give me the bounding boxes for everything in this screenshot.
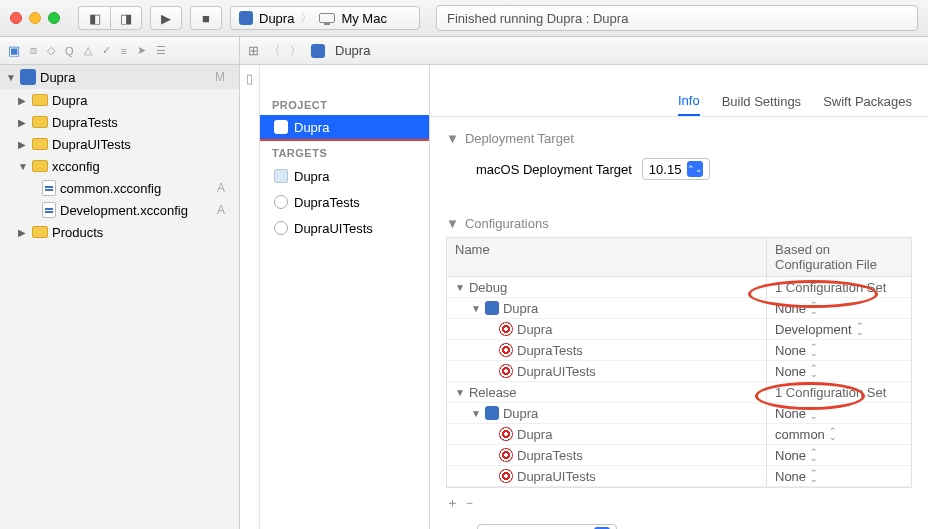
file-development-xcconfig[interactable]: Development.xcconfig A <box>0 199 239 221</box>
folder-xcconfig[interactable]: ▼ xcconfig <box>0 155 239 177</box>
targets-header: TARGETS <box>260 141 429 163</box>
config-file-select[interactable]: None⌃⌄ <box>775 469 818 484</box>
report-nav-icon[interactable]: ☰ <box>156 44 166 57</box>
test-target-icon <box>274 195 288 209</box>
run-button[interactable]: ▶ <box>150 6 182 30</box>
app-target-icon <box>274 169 288 183</box>
folder-nav-icon[interactable]: ▣ <box>8 43 20 58</box>
sidebar-toggle-icon[interactable]: ▯ <box>246 71 253 529</box>
status-text: Finished running Dupra : Dupra <box>447 11 628 26</box>
config-group-debug[interactable]: ▼Debug 1 Configuration Set <box>447 277 911 298</box>
disclosure-icon[interactable]: ▶ <box>18 95 28 106</box>
tab-swift-packages[interactable]: Swift Packages <box>823 94 912 115</box>
xcode-project-icon <box>20 69 36 85</box>
config-file-select[interactable]: None⌃⌄ <box>775 364 818 379</box>
breakpoint-nav-icon[interactable]: ➤ <box>137 44 146 57</box>
folder-products[interactable]: ▶ Products <box>0 221 239 243</box>
target-dupra[interactable]: Dupra <box>260 163 429 189</box>
project-root[interactable]: ▼ Dupra M <box>0 65 239 89</box>
target-icon <box>499 343 513 357</box>
mac-icon <box>319 13 335 23</box>
target-icon <box>499 448 513 462</box>
target-dupratests[interactable]: DupraTests <box>260 189 429 215</box>
config-project-row[interactable]: ▼Dupra None⌃⌄ <box>447 403 911 424</box>
right-panel-toggle-icon[interactable]: ◨ <box>110 6 142 30</box>
minimize-icon[interactable] <box>29 12 41 24</box>
folder-label: xcconfig <box>52 159 100 174</box>
breadcrumb-project[interactable]: Dupra <box>335 43 370 58</box>
find-nav-icon[interactable]: Q <box>65 45 74 57</box>
scheme-target: Dupra <box>259 11 294 26</box>
config-target-row[interactable]: DupraTests None⌃⌄ <box>447 445 911 466</box>
folder-duprauitests[interactable]: ▶ DupraUITests <box>0 133 239 155</box>
forward-button[interactable]: 〉 <box>290 43 301 58</box>
tab-info[interactable]: Info <box>678 93 700 116</box>
file-common-xcconfig[interactable]: common.xcconfig A <box>0 177 239 199</box>
file-label: common.xcconfig <box>60 181 161 196</box>
folder-icon <box>32 138 48 150</box>
target-icon <box>499 469 513 483</box>
config-project-row[interactable]: ▼Dupra None⌃⌄ <box>447 298 911 319</box>
related-items-icon[interactable]: ⊞ <box>248 43 259 58</box>
secondary-toolbar: ▣ ⧈ ◇ Q △ ✓ ≡ ➤ ☰ ⊞ 〈 〉 Dupra <box>0 37 928 65</box>
titlebar: ◧ ◨ ▶ ■ Dupra 〉 My Mac Finished running … <box>0 0 928 37</box>
use-config-select[interactable]: Release ⌃⌄ <box>477 524 617 529</box>
add-remove-config: ＋ － <box>446 488 912 518</box>
config-summary: 1 Configuration Set <box>767 381 911 404</box>
activity-status: Finished running Dupra : Dupra <box>436 5 918 31</box>
config-file-select[interactable]: common⌃⌄ <box>775 427 837 442</box>
test-nav-icon[interactable]: ✓ <box>102 44 111 57</box>
config-file-select[interactable]: None⌃⌄ <box>775 448 818 463</box>
issue-nav-icon[interactable]: △ <box>84 44 92 57</box>
folder-icon <box>32 226 48 238</box>
disclosure-icon[interactable]: ▼ <box>6 72 16 83</box>
scheme-device: My Mac <box>341 11 387 26</box>
config-target-row[interactable]: Dupra Development⌃⌄ <box>447 319 911 340</box>
settings-tabs: Info Build Settings Swift Packages <box>430 93 928 117</box>
targets-list: PROJECT Dupra TARGETS Dupra DupraTests D… <box>260 65 430 529</box>
config-target-row[interactable]: DupraUITests None⌃⌄ <box>447 466 911 487</box>
target-duprauitests[interactable]: DupraUITests <box>260 215 429 241</box>
disclosure-icon[interactable]: ▼ <box>18 161 28 172</box>
folder-label: Dupra <box>52 93 87 108</box>
config-target-row[interactable]: DupraUITests None⌃⌄ <box>447 361 911 382</box>
disclosure-icon[interactable]: ▼ <box>446 216 459 231</box>
disclosure-icon[interactable]: ▶ <box>18 139 28 150</box>
disclosure-icon[interactable]: ▼ <box>446 131 459 146</box>
config-file-select[interactable]: None⌃⌄ <box>775 406 818 421</box>
target-label: DupraTests <box>294 195 360 210</box>
disclosure-icon[interactable]: ▶ <box>18 117 28 128</box>
source-nav-icon[interactable]: ⧈ <box>30 44 37 57</box>
config-name: Debug <box>469 280 507 295</box>
folder-dupratests[interactable]: ▶ DupraTests <box>0 111 239 133</box>
left-panel-toggle-icon[interactable]: ◧ <box>78 6 110 30</box>
tab-build-settings[interactable]: Build Settings <box>722 94 802 115</box>
back-button[interactable]: 〈 <box>269 43 280 58</box>
config-file-select[interactable]: Development⌃⌄ <box>775 322 864 337</box>
config-group-release[interactable]: ▼Release 1 Configuration Set <box>447 382 911 403</box>
settings-editor: Info Build Settings Swift Packages ▼Depl… <box>430 65 928 529</box>
zoom-icon[interactable] <box>48 12 60 24</box>
config-target-row[interactable]: Dupra common⌃⌄ <box>447 424 911 445</box>
symbol-nav-icon[interactable]: ◇ <box>47 44 55 57</box>
project-header: PROJECT <box>260 93 429 115</box>
stop-button[interactable]: ■ <box>190 6 222 30</box>
config-file-select[interactable]: None⌃⌄ <box>775 301 818 316</box>
folder-dupra[interactable]: ▶ Dupra <box>0 89 239 111</box>
deployment-target-section: ▼Deployment Target macOS Deployment Targ… <box>430 117 928 202</box>
disclosure-icon[interactable]: ▶ <box>18 227 28 238</box>
config-file-select[interactable]: None⌃⌄ <box>775 343 818 358</box>
config-target-row[interactable]: DupraTests None⌃⌄ <box>447 340 911 361</box>
remove-config-button[interactable]: － <box>463 494 476 512</box>
close-icon[interactable] <box>10 12 22 24</box>
deployment-target-select[interactable]: 10.15 ⌃⌄ <box>642 158 711 180</box>
folder-icon <box>32 160 48 172</box>
panel-toggle-group: ◧ ◨ <box>78 6 142 30</box>
project-name: Dupra <box>40 70 75 85</box>
project-item-dupra[interactable]: Dupra <box>260 115 429 141</box>
add-config-button[interactable]: ＋ <box>446 494 459 512</box>
debug-nav-icon[interactable]: ≡ <box>121 45 127 57</box>
app-icon <box>239 11 253 25</box>
scheme-selector[interactable]: Dupra 〉 My Mac <box>230 6 420 30</box>
col-based-on: Based on Configuration File <box>767 238 911 276</box>
